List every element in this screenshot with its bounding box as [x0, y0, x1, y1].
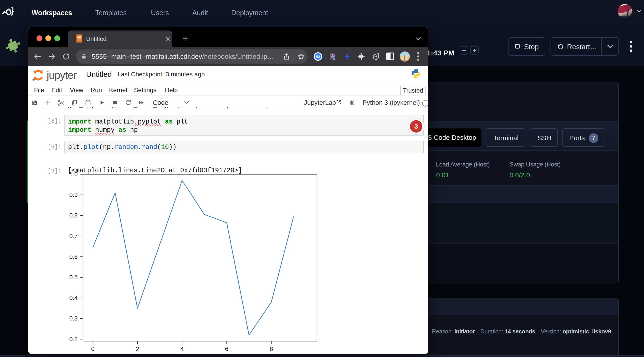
svg-text:1.0: 1.0: [69, 171, 78, 178]
svg-text:0.7: 0.7: [69, 233, 78, 240]
svg-text:0.8: 0.8: [69, 212, 78, 219]
svg-text:0.9: 0.9: [69, 192, 78, 198]
svg-text:4: 4: [180, 346, 184, 352]
svg-text:8: 8: [270, 346, 273, 352]
svg-text:0.3: 0.3: [69, 315, 78, 322]
svg-text:0.4: 0.4: [69, 295, 78, 301]
svg-text:0.5: 0.5: [69, 274, 78, 281]
svg-text:6: 6: [225, 346, 228, 352]
svg-text:2: 2: [136, 346, 139, 352]
svg-text:0: 0: [91, 346, 94, 352]
svg-text:0.6: 0.6: [69, 254, 78, 260]
svg-text:0.2: 0.2: [69, 336, 78, 342]
